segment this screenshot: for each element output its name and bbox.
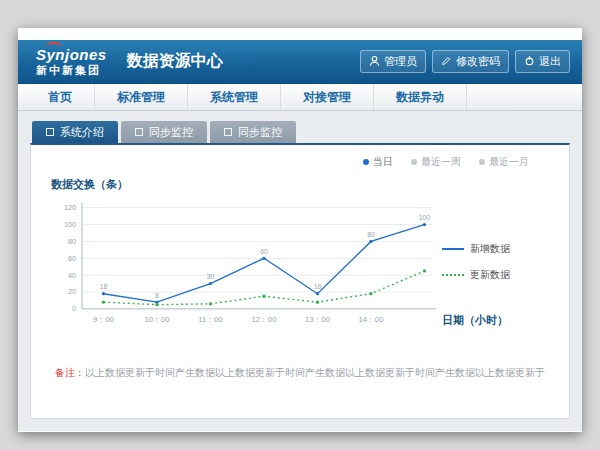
chart-point xyxy=(209,302,212,305)
chart-point xyxy=(369,240,372,243)
chart-row: 0204060801001209：0010：0011：0012：0013：001… xyxy=(47,194,553,344)
chart-point xyxy=(423,223,426,226)
y-axis-tick-label: 80 xyxy=(68,237,76,246)
nav-item[interactable]: 对接管理 xyxy=(281,84,374,110)
x-axis-tick-label: 13：00 xyxy=(305,315,331,324)
app-title: 数据资源中心 xyxy=(127,51,223,72)
pencil-icon xyxy=(441,55,452,68)
x-axis-tick-label: 9：00 xyxy=(93,315,114,324)
tab[interactable]: 同步监控 xyxy=(210,121,296,143)
x-axis-tick-label: 10：00 xyxy=(144,315,170,324)
y-axis-tick-label: 40 xyxy=(68,271,76,280)
header-buttons: 管理员修改密码退出 xyxy=(360,50,570,73)
tab-icon xyxy=(224,128,232,136)
power-icon xyxy=(524,55,535,68)
legend-label: 当日 xyxy=(373,155,393,169)
tab-icon xyxy=(135,128,143,136)
y-axis-tick-label: 0 xyxy=(72,304,76,313)
user-icon xyxy=(369,55,380,68)
header-button-label: 管理员 xyxy=(384,54,417,69)
y-axis-tick-label: 60 xyxy=(68,254,76,263)
main-nav: 首页标准管理系统管理对接管理数据异动 xyxy=(18,84,582,111)
tab-icon xyxy=(46,128,54,136)
legend-label: 最近一月 xyxy=(489,155,529,169)
line-chart: 0204060801001209：0010：0011：0012：0013：001… xyxy=(47,194,438,344)
chart-point xyxy=(423,269,426,272)
series-legend: 新增数据更新数据 xyxy=(442,242,553,282)
nav-item[interactable]: 系统管理 xyxy=(188,84,281,110)
x-axis-tick-label: 12：00 xyxy=(251,315,277,324)
series-legend-item: 新增数据 xyxy=(442,242,553,256)
series-name: 更新数据 xyxy=(470,268,510,282)
chart-value-label: 60 xyxy=(260,248,268,255)
period-filter-legend: 当日最近一周最近一月 xyxy=(47,155,553,169)
chart-value-label: 18 xyxy=(100,283,108,290)
window-top-strip xyxy=(18,28,582,40)
chart-series-line xyxy=(103,225,424,303)
header-button-label: 修改密码 xyxy=(456,54,500,69)
chart-y-axis-title: 数据交换（条） xyxy=(51,177,553,192)
chart-series-line xyxy=(103,271,424,305)
tab-label: 同步监控 xyxy=(149,125,193,140)
tab-label: 同步监控 xyxy=(238,125,282,140)
y-axis-tick-label: 20 xyxy=(68,287,76,296)
chart-point xyxy=(209,282,212,285)
legend-item[interactable]: 最近一周 xyxy=(411,155,461,169)
x-axis-tick-label: 14：00 xyxy=(358,315,384,324)
series-line-sample xyxy=(442,248,464,250)
content-area: 系统介绍同步监控同步监控 当日最近一周最近一月 数据交换（条） 02040608… xyxy=(18,111,582,431)
chart-point xyxy=(316,292,319,295)
chart-right-column: 新增数据更新数据 日期（小时） xyxy=(438,194,553,344)
x-axis-tick-label: 11：00 xyxy=(198,315,223,324)
legend-dot-icon xyxy=(479,159,485,165)
y-axis-tick-label: 100 xyxy=(64,220,76,229)
footnote: 备注：以上数据更新于时间产生数据以上数据更新于时间产生数据以上数据更新于时间产生… xyxy=(47,366,553,380)
tab[interactable]: 系统介绍 xyxy=(32,121,118,143)
logo-subtitle: 新中新集团 xyxy=(36,65,107,76)
chart-point xyxy=(102,292,105,295)
tab[interactable]: 同步监控 xyxy=(121,121,207,143)
chart-x-axis-title: 日期（小时） xyxy=(442,313,508,328)
chart-value-label: 8 xyxy=(155,292,159,299)
app-header: Synjones 新中新集团 数据资源中心 管理员修改密码退出 xyxy=(18,40,582,84)
chart-point xyxy=(369,292,372,295)
y-axis-tick-label: 120 xyxy=(64,203,76,212)
legend-item[interactable]: 最近一月 xyxy=(479,155,529,169)
footnote-text: 以上数据更新于时间产生数据以上数据更新于时间产生数据以上数据更新于时间产生数据以… xyxy=(85,367,545,378)
change-password-button[interactable]: 修改密码 xyxy=(432,50,509,73)
series-legend-item: 更新数据 xyxy=(442,268,553,282)
series-line-sample xyxy=(442,274,464,276)
admin-user-button[interactable]: 管理员 xyxy=(360,50,426,73)
header-button-label: 退出 xyxy=(539,54,561,69)
tab-label: 系统介绍 xyxy=(60,125,104,140)
system-intro-panel: 当日最近一周最近一月 数据交换（条） 0204060801001209：0010… xyxy=(30,143,570,419)
nav-item[interactable]: 首页 xyxy=(26,84,95,110)
chart-point xyxy=(155,303,158,306)
logo: Synjones 新中新集团 xyxy=(36,47,107,76)
legend-dot-icon xyxy=(363,159,369,165)
legend-label: 最近一周 xyxy=(421,155,461,169)
series-name: 新增数据 xyxy=(470,242,510,256)
chart-point xyxy=(316,300,319,303)
chart-point xyxy=(262,257,265,260)
nav-item[interactable]: 数据异动 xyxy=(374,84,467,110)
legend-dot-icon xyxy=(411,159,417,165)
chart-value-label: 100 xyxy=(419,214,431,221)
chart-value-label: 18 xyxy=(314,283,322,290)
footnote-prefix: 备注： xyxy=(55,367,85,378)
tab-row: 系统介绍同步监控同步监控 xyxy=(30,121,570,143)
logo-wordmark: Synjones xyxy=(36,47,107,62)
legend-item[interactable]: 当日 xyxy=(363,155,393,169)
chart-value-label: 80 xyxy=(367,231,375,238)
app-window: Synjones 新中新集团 数据资源中心 管理员修改密码退出 首页标准管理系统… xyxy=(18,28,582,432)
chart-value-label: 30 xyxy=(207,273,215,280)
nav-item[interactable]: 标准管理 xyxy=(95,84,188,110)
logout-button[interactable]: 退出 xyxy=(515,50,570,73)
chart-point xyxy=(102,300,105,303)
chart-point xyxy=(262,295,265,298)
